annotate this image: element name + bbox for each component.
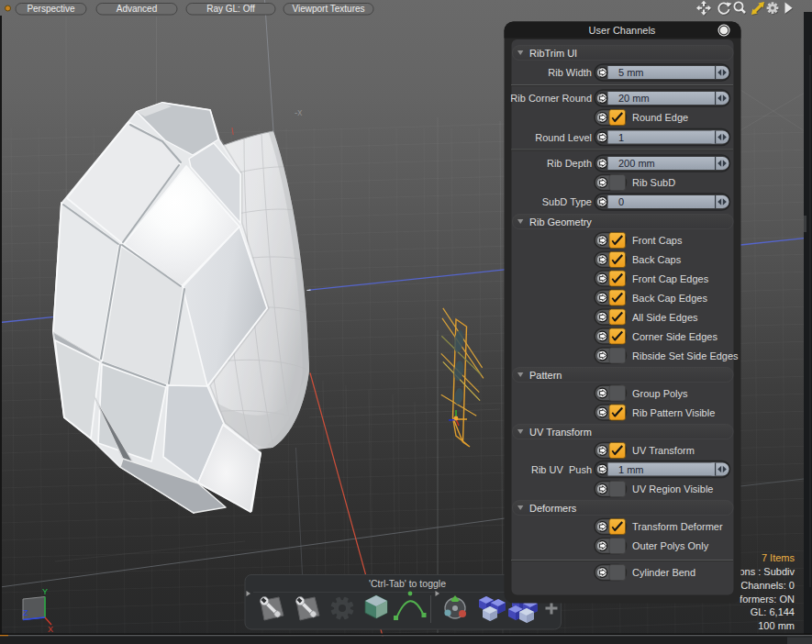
svg-text:ons : Subdiv: ons : Subdiv	[739, 566, 795, 577]
svg-text:'Ctrl-Tab' to toggle: 'Ctrl-Tab' to toggle	[369, 578, 446, 589]
svg-text:Transform Deformer: Transform Deformer	[632, 521, 723, 532]
svg-text:Rib Geometry: Rib Geometry	[529, 217, 592, 228]
svg-text:7 Items: 7 Items	[762, 552, 795, 563]
svg-text:Perspective: Perspective	[27, 4, 75, 14]
svg-text:Advanced: Advanced	[117, 4, 157, 14]
svg-text:UV Region Visible: UV Region Visible	[632, 483, 713, 494]
svg-text:Viewport Textures: Viewport Textures	[292, 4, 364, 14]
svg-text:100 mm: 100 mm	[758, 620, 795, 631]
svg-text:Front Cap Edges: Front Cap Edges	[632, 273, 709, 284]
svg-text:Y: Y	[42, 587, 48, 596]
svg-text:1 mm: 1 mm	[618, 464, 644, 475]
svg-text:Outer Polys Only: Outer Polys Only	[632, 540, 709, 551]
svg-text:Cylinder Bend: Cylinder Bend	[632, 567, 695, 578]
svg-text:Deformers: Deformers	[529, 503, 577, 514]
svg-text:UV Transform: UV Transform	[632, 445, 695, 456]
svg-text:5 mm: 5 mm	[618, 67, 644, 78]
svg-text:Ribside Set Side Edges: Ribside Set Side Edges	[632, 350, 739, 361]
svg-text:Channels: 0: Channels: 0	[740, 580, 795, 591]
svg-text:Rib UV Push: Rib UV Push	[531, 464, 592, 475]
svg-text:GL: 6,144: GL: 6,144	[751, 606, 795, 617]
svg-text:Back Cap Edges: Back Cap Edges	[632, 293, 707, 304]
svg-text:Round Level: Round Level	[535, 132, 592, 143]
svg-text:Round Edge: Round Edge	[632, 112, 688, 123]
svg-text:Rib SubD: Rib SubD	[632, 177, 675, 188]
svg-text:1: 1	[618, 132, 624, 143]
svg-text:200 mm: 200 mm	[618, 158, 655, 169]
svg-text:Corner Side Edges: Corner Side Edges	[632, 331, 717, 342]
svg-text:-x: -x	[295, 107, 302, 117]
svg-text:All Side Edges: All Side Edges	[632, 312, 698, 323]
svg-text:Pattern: Pattern	[529, 370, 562, 381]
svg-text:formers: ON: formers: ON	[740, 594, 795, 605]
svg-text:0: 0	[618, 196, 624, 207]
svg-text:Back Caps: Back Caps	[632, 254, 682, 265]
svg-text:Z: Z	[23, 608, 28, 617]
svg-text:Rib Depth: Rib Depth	[547, 158, 592, 169]
svg-text:Ray GL: Off: Ray GL: Off	[206, 4, 255, 14]
svg-text:X: X	[48, 625, 53, 634]
svg-text:Rib Corner Round: Rib Corner Round	[510, 93, 592, 104]
svg-text:Front Caps: Front Caps	[632, 235, 683, 246]
svg-text:SubD Type: SubD Type	[542, 196, 592, 207]
svg-text:Rib Width: Rib Width	[548, 67, 592, 78]
svg-text:Rib Pattern Visible: Rib Pattern Visible	[632, 407, 715, 418]
svg-text:Group Polys: Group Polys	[632, 388, 688, 399]
svg-text:20 mm: 20 mm	[618, 93, 650, 104]
svg-text:User Channels: User Channels	[589, 25, 656, 36]
svg-text:UV Transform: UV Transform	[529, 427, 592, 438]
svg-text:RibTrim UI: RibTrim UI	[529, 48, 577, 59]
